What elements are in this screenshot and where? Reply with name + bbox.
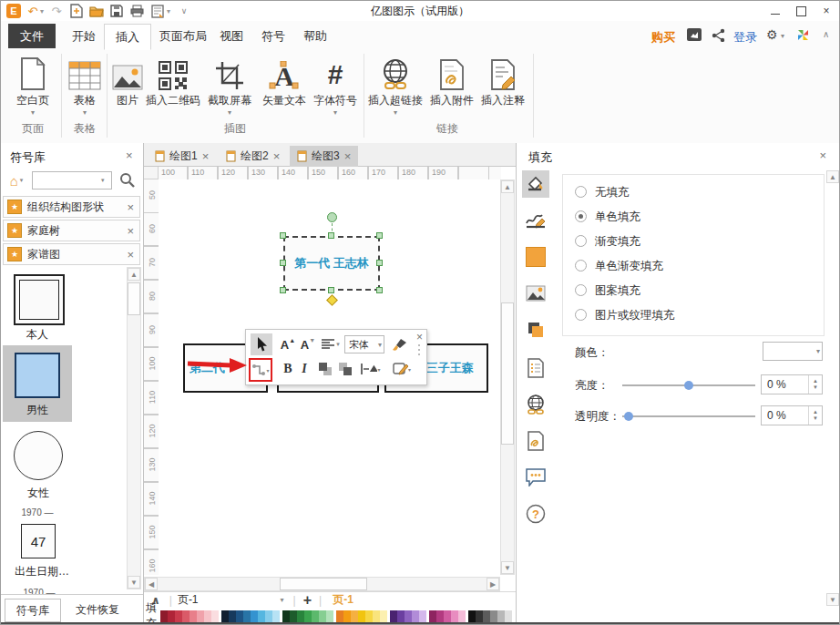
palette-swatch[interactable] [326, 610, 333, 622]
palette-swatch[interactable] [343, 610, 351, 622]
palette-swatch[interactable] [365, 610, 373, 622]
bring-forward-button[interactable] [315, 358, 335, 380]
drawing-tab-2[interactable]: 绘图2 × [219, 146, 287, 167]
scroll-down-icon[interactable]: ▼ [501, 561, 514, 574]
palette-swatch[interactable] [221, 610, 229, 622]
radio-no-fill[interactable] [575, 186, 587, 198]
radio-gradient-fill[interactable] [575, 235, 587, 247]
color-dropdown[interactable]: ▾ [763, 342, 823, 361]
palette-swatch[interactable] [397, 610, 405, 622]
brightness-slider-knob[interactable] [684, 381, 693, 390]
tab-view[interactable]: 视图 [209, 24, 254, 48]
brightness-spinner[interactable]: 0 % ▲▼ [761, 374, 823, 394]
resize-handle-w[interactable] [280, 260, 286, 266]
resize-handle-ne[interactable] [376, 232, 383, 239]
style-pen-button[interactable]: ▾ [388, 358, 415, 380]
radio-solid-fill[interactable] [575, 210, 587, 222]
settings-dropdown-icon[interactable]: ▾ [781, 32, 784, 40]
shape-generation1[interactable]: 第一代 王志林 [283, 236, 380, 291]
scroll-right-icon[interactable]: ▶ [487, 578, 499, 590]
palette-swatch[interactable] [490, 610, 497, 622]
share-icon[interactable] [712, 28, 725, 45]
palette-swatch[interactable] [451, 610, 458, 622]
home-icon[interactable]: ⌂▾ [5, 171, 28, 190]
close-icon[interactable]: × [127, 248, 134, 261]
palette-swatch[interactable] [258, 610, 265, 622]
strip-help-icon[interactable]: ? [522, 500, 549, 528]
table-button[interactable]: 表格 ▾ [65, 54, 105, 118]
palette-swatch[interactable] [282, 610, 290, 622]
palette-swatch[interactable] [251, 610, 258, 622]
palette-swatch[interactable] [458, 610, 466, 622]
align-text-button[interactable]: ▾ [319, 333, 343, 355]
blank-page-button[interactable]: 空白页 ▾ [8, 54, 57, 118]
palette-swatch[interactable] [243, 610, 251, 622]
scrollbar-thumb[interactable] [128, 282, 140, 315]
palette-swatch[interactable] [412, 610, 419, 622]
font-symbol-button[interactable]: # 字体符号 ▾ [311, 54, 360, 118]
palette-swatch[interactable] [304, 610, 312, 622]
palette-swatch[interactable] [319, 610, 326, 622]
panel-scrollbar[interactable]: ▲ ▼ [825, 169, 840, 624]
bold-button[interactable]: B [281, 358, 295, 380]
search-icon[interactable] [119, 172, 135, 190]
palette-swatch[interactable] [358, 610, 365, 622]
palette-swatch[interactable] [468, 610, 476, 622]
radio-texture-fill[interactable] [575, 309, 587, 321]
radio-single-gradient-fill[interactable] [575, 260, 587, 272]
scroll-left-icon[interactable]: ◀ [145, 578, 158, 590]
opacity-slider-knob[interactable] [624, 412, 633, 421]
tab-page-layout[interactable]: 页面布局 [149, 24, 218, 48]
screenshot-button[interactable]: 截取屏幕 ▾ [202, 54, 257, 118]
close-icon[interactable]: × [126, 149, 133, 162]
scrollbar-thumb[interactable] [501, 302, 514, 445]
comment-button[interactable]: 插入注释 [478, 54, 528, 108]
tab-insert[interactable]: 插入 [104, 24, 151, 50]
close-icon[interactable]: × [819, 149, 826, 162]
font-family-combo[interactable]: 宋体 ▾ [344, 335, 384, 353]
palette-swatch[interactable] [476, 610, 483, 622]
close-icon[interactable]: × [273, 149, 281, 163]
bottom-tab-file-recovery[interactable]: 文件恢复 [68, 599, 127, 620]
close-icon[interactable]: × [127, 200, 134, 214]
palette-swatch[interactable] [483, 610, 490, 622]
close-icon[interactable]: × [344, 149, 352, 163]
resize-handle-s[interactable] [328, 287, 334, 293]
close-button[interactable]: × [814, 1, 839, 21]
palette-swatch[interactable] [405, 610, 412, 622]
resize-handle-se[interactable] [376, 287, 383, 293]
palette-swatch[interactable] [272, 610, 280, 622]
canvas-horizontal-scrollbar[interactable]: ◀ ▶ [144, 577, 500, 591]
page-select-value[interactable]: 页-1 [178, 592, 199, 608]
palette-swatch[interactable] [436, 610, 444, 622]
palette-swatch[interactable] [290, 610, 297, 622]
add-page-button[interactable]: + [303, 592, 312, 609]
strip-line-style-icon[interactable] [522, 207, 549, 234]
tab-home[interactable]: 开始 [61, 24, 107, 48]
palette-swatch[interactable] [444, 610, 451, 622]
resize-handle-n[interactable] [328, 232, 334, 239]
strip-hyperlink-icon[interactable] [522, 391, 549, 418]
palette-swatch[interactable] [229, 610, 236, 622]
palette-swatch[interactable] [497, 610, 505, 622]
palette-swatch[interactable] [160, 610, 168, 622]
scroll-up-icon[interactable]: ▲ [501, 180, 514, 193]
color-palette[interactable] [160, 610, 519, 622]
insert-qr-button[interactable]: 插入二维码 [145, 54, 201, 108]
resize-handle-sw[interactable] [280, 287, 286, 293]
spin-up-icon[interactable]: ▲ [813, 409, 818, 415]
library-item-org-chart[interactable]: ★ 组织结构图形状 × [3, 196, 140, 218]
palette-swatch[interactable] [429, 610, 436, 622]
palette-swatch[interactable] [390, 610, 397, 622]
palette-swatch[interactable] [373, 610, 380, 622]
text-direction-button[interactable]: ▾ [357, 358, 384, 380]
opacity-spinner[interactable]: 0 % ▲▼ [761, 405, 823, 425]
login-button[interactable]: 登录 [733, 29, 757, 46]
palette-swatch[interactable] [197, 610, 204, 622]
strip-page-properties-icon[interactable] [522, 354, 549, 382]
palette-swatch[interactable] [336, 610, 343, 622]
palette-swatch[interactable] [312, 610, 319, 622]
italic-button[interactable]: I [297, 358, 312, 380]
attachment-button[interactable]: 插入附件 [427, 54, 476, 108]
symbol-female-shape[interactable] [14, 431, 63, 480]
